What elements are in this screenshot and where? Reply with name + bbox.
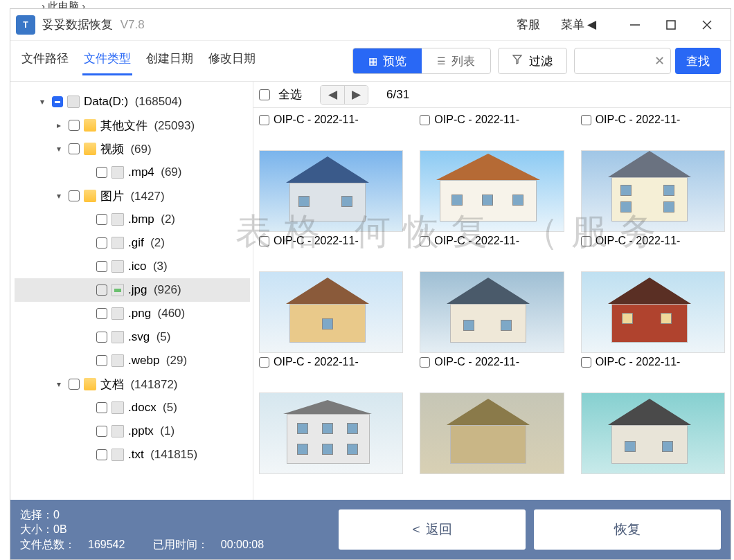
clear-search-icon[interactable]: ✕ — [654, 53, 665, 69]
back-button[interactable]: < 返回 — [339, 509, 526, 550]
search-input[interactable] — [580, 55, 654, 67]
tree-leaf-webp[interactable]: .webp (29) — [15, 349, 250, 372]
thumbnail[interactable] — [259, 150, 403, 232]
tree-leaf-txt[interactable]: .txt (141815) — [15, 443, 250, 467]
tree-checkbox[interactable] — [69, 143, 80, 154]
close-button[interactable] — [689, 11, 725, 39]
drive-icon — [67, 96, 80, 108]
grid-item[interactable]: OIP-C - 2022-11- — [420, 150, 564, 269]
item-checkbox[interactable] — [581, 115, 591, 125]
item-checkbox[interactable] — [420, 115, 430, 125]
tree-node-other-files[interactable]: ▸ 其他文件 (25093) — [15, 114, 250, 137]
tree-leaf-docx[interactable]: .docx (5) — [15, 396, 250, 419]
tree-checkbox[interactable] — [96, 355, 107, 366]
tree-checkbox[interactable] — [69, 120, 80, 131]
thumbnail[interactable] — [581, 392, 725, 474]
item-checkbox[interactable] — [581, 357, 591, 368]
thumbnail[interactable] — [581, 150, 725, 232]
file-icon — [111, 449, 124, 461]
thumbnail-grid[interactable]: OIP-C - 2022-11- OIP-C - 2022-11- OIP-C … — [253, 108, 731, 500]
item-checkbox[interactable] — [581, 236, 591, 246]
item-checkbox[interactable] — [259, 357, 269, 368]
grid-item[interactable]: OIP-C - 2022-11- — [581, 111, 725, 147]
tree-leaf-pptx[interactable]: .pptx (1) — [15, 419, 250, 443]
chevron-right-icon[interactable]: ▸ — [53, 120, 64, 130]
thumbnail[interactable] — [259, 392, 403, 474]
next-page-button[interactable]: ▶ — [344, 86, 368, 104]
tab-file-type[interactable]: 文件类型 — [82, 46, 132, 75]
tree-checkbox[interactable] — [96, 261, 107, 272]
grid-item[interactable] — [259, 392, 403, 494]
select-all-label[interactable]: 全选 — [278, 87, 302, 102]
tree-leaf-mp4[interactable]: .mp4 (69) — [15, 161, 250, 184]
filter-button[interactable]: 过滤 — [498, 48, 567, 74]
tree-checkbox[interactable] — [96, 167, 107, 178]
item-checkbox[interactable] — [420, 236, 430, 246]
grid-item[interactable]: OIP-C - 2022-11- — [259, 150, 403, 269]
tree-checkbox[interactable] — [52, 96, 63, 107]
item-caption: OIP-C - 2022-11- — [596, 114, 681, 126]
grid-item[interactable]: OIP-C - 2022-11- — [420, 111, 564, 147]
grid-item[interactable]: OIP-C - 2022-11- — [581, 271, 725, 390]
item-checkbox[interactable] — [420, 357, 430, 368]
maximize-button[interactable] — [653, 11, 689, 39]
tree-leaf-jpg[interactable]: .jpg (926) — [15, 278, 250, 302]
preview-mode-button[interactable]: ▦ 预览 — [353, 48, 422, 73]
chevron-down-icon[interactable]: ▾ — [53, 379, 64, 389]
grid-item[interactable]: OIP-C - 2022-11- — [420, 271, 564, 390]
search-button[interactable]: 查找 — [675, 48, 721, 74]
tree-checkbox[interactable] — [69, 379, 80, 390]
thumbnail[interactable] — [581, 271, 725, 353]
item-caption: OIP-C - 2022-11- — [274, 235, 359, 247]
tree-checkbox[interactable] — [96, 449, 107, 460]
tree-pane[interactable]: ▾ Data(D:) (168504) ▸ 其他文件 (25093) ▾ 视频 … — [10, 82, 253, 500]
tree-checkbox[interactable] — [96, 426, 107, 437]
item-caption: OIP-C - 2022-11- — [274, 114, 359, 126]
tree-checkbox[interactable] — [96, 308, 107, 319]
tree-checkbox[interactable] — [96, 332, 107, 343]
file-icon — [111, 166, 124, 179]
grid-item[interactable]: OIP-C - 2022-11- — [259, 271, 403, 390]
tree-leaf-bmp[interactable]: .bmp (2) — [15, 208, 250, 231]
list-mode-button[interactable]: ☰ 列表 — [422, 48, 490, 73]
tree-leaf-gif[interactable]: .gif (2) — [15, 231, 250, 255]
tree-leaf-png[interactable]: .png (460) — [15, 302, 250, 325]
tree-root-data-d[interactable]: ▾ Data(D:) (168504) — [15, 90, 250, 114]
tree-checkbox[interactable] — [96, 402, 107, 413]
select-all-checkbox[interactable] — [259, 89, 270, 100]
tree-node-document[interactable]: ▾ 文档 (141872) — [15, 372, 250, 396]
thumbnail[interactable] — [259, 271, 403, 353]
tree-checkbox[interactable] — [96, 237, 107, 249]
tab-create-date[interactable]: 创建日期 — [145, 46, 195, 75]
tree-checkbox[interactable] — [96, 214, 107, 225]
tab-modify-date[interactable]: 修改日期 — [207, 46, 257, 75]
prev-page-button[interactable]: ◀ — [321, 86, 344, 104]
tree-leaf-svg[interactable]: .svg (5) — [15, 325, 250, 349]
chevron-down-icon[interactable]: ▾ — [37, 97, 48, 107]
grid-item[interactable] — [581, 392, 725, 494]
item-checkbox[interactable] — [259, 115, 269, 125]
tree-checkbox[interactable] — [69, 190, 80, 201]
customer-service-link[interactable]: 客服 — [517, 17, 540, 33]
grid-item[interactable]: OIP-C - 2022-11- — [581, 150, 725, 269]
thumbnail[interactable] — [420, 150, 564, 232]
chevron-down-icon[interactable]: ▾ — [53, 144, 64, 154]
thumbnail[interactable] — [420, 271, 564, 353]
minimize-button[interactable] — [617, 11, 653, 39]
item-checkbox[interactable] — [259, 236, 269, 246]
recover-button[interactable]: 恢复 — [534, 509, 721, 550]
chevron-down-icon[interactable]: ▾ — [53, 191, 64, 201]
tree-checkbox[interactable] — [96, 284, 107, 296]
tree-node-video[interactable]: ▾ 视频 (69) — [15, 137, 250, 161]
tab-file-path[interactable]: 文件路径 — [20, 46, 70, 75]
grid-item[interactable]: OIP-C - 2022-11- — [259, 111, 403, 147]
folder-icon — [84, 119, 96, 132]
folder-icon — [84, 190, 96, 202]
file-icon — [111, 307, 124, 320]
tree-leaf-ico[interactable]: .ico (3) — [15, 255, 250, 278]
folder-icon — [84, 378, 96, 390]
tree-node-image[interactable]: ▾ 图片 (1427) — [15, 184, 250, 208]
grid-item[interactable] — [420, 392, 564, 494]
thumbnail[interactable] — [420, 392, 564, 474]
menu-link[interactable]: 菜单 ◀ — [561, 17, 596, 33]
